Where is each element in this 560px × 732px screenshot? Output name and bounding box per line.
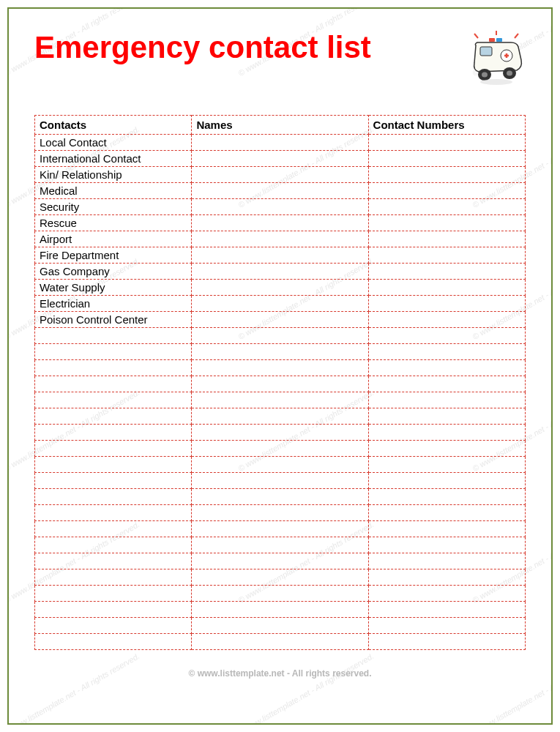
cell-number [368,215,525,231]
table-row [35,569,526,586]
cell-name [192,489,368,505]
cell-contact [35,425,192,441]
cell-contact [35,586,192,602]
table-row: Local Contact [35,135,526,151]
cell-contact: Airport [35,231,192,247]
cell-contact: Kin/ Relationship [35,167,192,183]
cell-contact [35,537,192,553]
table-row [35,634,526,650]
cell-contact [35,634,192,650]
table-row: Electrician [35,296,526,312]
cell-name [192,457,368,473]
cell-contact: Electrician [35,296,192,312]
document-header: Emergency contact list [34,31,526,86]
cell-name [192,392,368,408]
cell-name [192,215,368,231]
cell-contact [35,360,192,376]
cell-number [368,264,525,280]
svg-point-11 [480,79,512,85]
table-row: Medical [35,183,526,199]
cell-contact: Medical [35,183,192,199]
page-title: Emergency contact list [34,31,371,64]
document-page: © www.listtemplate.net - All rights rese… [7,7,553,725]
cell-number [368,569,525,586]
table-row: Fire Department [35,247,526,264]
cell-name [192,376,368,392]
cell-number [368,408,525,425]
cell-number [368,505,525,521]
header-contacts: Contacts [35,116,192,135]
table-row [35,360,526,376]
cell-name [192,328,368,344]
cell-number [368,280,525,296]
cell-number [368,312,525,328]
table-header-row: Contacts Names Contact Numbers [35,116,526,135]
cell-number [368,231,525,247]
cell-number [368,376,525,392]
cell-number [368,489,525,505]
table-row [35,586,526,602]
svg-rect-3 [489,38,495,42]
table-row [35,344,526,360]
table-row: International Contact [35,151,526,167]
svg-rect-5 [480,47,492,56]
cell-name [192,408,368,425]
cell-name [192,521,368,537]
cell-number [368,521,525,537]
cell-name [192,586,368,602]
cell-contact [35,521,192,537]
table-row [35,408,526,425]
cell-contact [35,457,192,473]
cell-contact [35,602,192,618]
svg-point-10 [507,71,512,76]
cell-name [192,425,368,441]
cell-contact [35,344,192,360]
cell-contact [35,505,192,521]
cell-contact: Rescue [35,215,192,231]
cell-contact: Local Contact [35,135,192,151]
cell-name [192,473,368,489]
cell-contact [35,489,192,505]
table-row [35,618,526,634]
table-row [35,553,526,569]
cell-name [192,634,368,650]
cell-number [368,247,525,264]
table-row [35,537,526,553]
footer-copyright: © www.listtemplate.net - All rights rese… [34,668,526,679]
cell-number [368,425,525,441]
cell-contact: Poison Control Center [35,312,192,328]
cell-name [192,167,368,183]
table-row [35,602,526,618]
cell-number [368,328,525,344]
cell-contact: Fire Department [35,247,192,264]
cell-number [368,473,525,489]
table-row [35,521,526,537]
cell-contact [35,569,192,586]
cell-number [368,457,525,473]
cell-name [192,553,368,569]
cell-name [192,247,368,264]
ambulance-icon [467,31,526,86]
cell-name [192,199,368,215]
cell-number [368,553,525,569]
cell-name [192,135,368,151]
cell-number [368,167,525,183]
table-row [35,473,526,489]
cell-name [192,183,368,199]
svg-line-0 [474,34,478,38]
table-row: Poison Control Center [35,312,526,328]
cell-name [192,618,368,634]
cell-number [368,392,525,408]
table-row: Security [35,199,526,215]
cell-name [192,296,368,312]
cell-number [368,199,525,215]
header-names: Names [192,116,368,135]
cell-number [368,441,525,457]
cell-contact [35,328,192,344]
cell-contact [35,441,192,457]
cell-number [368,135,525,151]
cell-number [368,344,525,360]
svg-point-8 [482,72,488,78]
table-row: Rescue [35,215,526,231]
cell-number [368,360,525,376]
